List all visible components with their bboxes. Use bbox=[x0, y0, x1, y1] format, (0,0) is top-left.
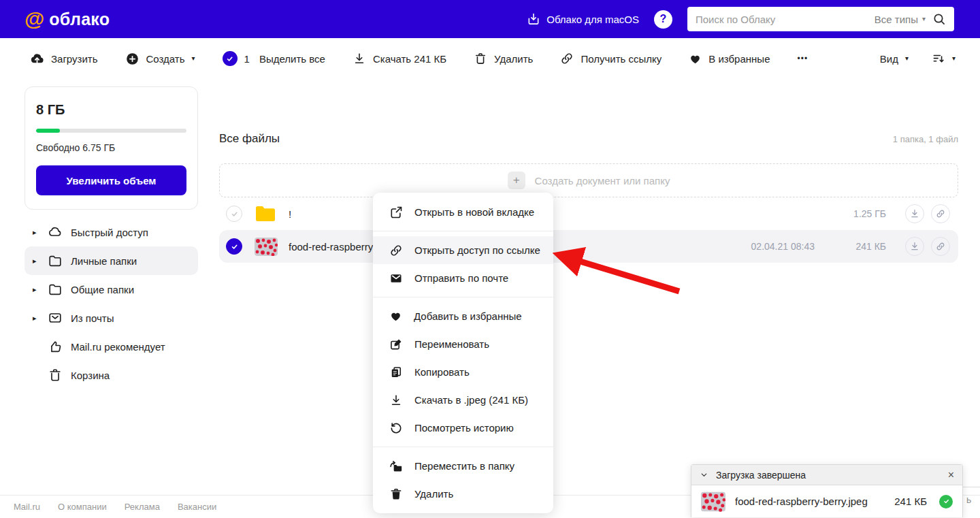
sidebar-item-label: Корзина bbox=[71, 370, 110, 381]
triangle-right-icon: ▸ bbox=[33, 257, 48, 265]
footer-link-ads[interactable]: Реклама bbox=[125, 502, 160, 512]
row-actions bbox=[905, 204, 950, 223]
download-button[interactable]: Скачать 241 КБ bbox=[353, 52, 446, 65]
search-input[interactable] bbox=[696, 14, 868, 25]
search-icon[interactable] bbox=[932, 12, 946, 26]
menu-item-view-history[interactable]: Посмотреть историю bbox=[373, 414, 553, 442]
menu-item-label: Удалить bbox=[414, 488, 453, 500]
notification-file-size: 241 КБ bbox=[894, 496, 927, 507]
toolbar: Загрузить Создать ▾ 1 Выделить все bbox=[0, 38, 980, 79]
view-dropdown[interactable]: Вид ▾ bbox=[880, 53, 909, 65]
plus-icon: + bbox=[508, 172, 525, 189]
image-thumbnail bbox=[701, 491, 725, 512]
move-to-folder-icon bbox=[389, 459, 403, 473]
more-actions-button[interactable]: ••• bbox=[797, 54, 808, 63]
macos-app-link[interactable]: Облако для macOS bbox=[527, 12, 639, 26]
sidebar-item-personal-folders[interactable]: ▸ Личные папки bbox=[24, 246, 198, 275]
question-icon: ? bbox=[660, 13, 667, 25]
clipped-text: ь bbox=[966, 494, 971, 505]
triangle-right-icon: ▸ bbox=[33, 228, 48, 237]
notification-file-row[interactable]: food-red-raspberry-berry.jpeg 241 КБ bbox=[691, 485, 962, 517]
download-icon bbox=[353, 52, 366, 65]
caret-down-icon: ▾ bbox=[922, 16, 926, 22]
download-tray-icon bbox=[527, 12, 540, 26]
file-row-folder[interactable]: ! 1.25 ГБ bbox=[219, 197, 958, 230]
macos-link-label: Облако для macOS bbox=[546, 14, 639, 25]
menu-item-add-to-favorites[interactable]: Добавить в избранные bbox=[373, 302, 553, 330]
footer-link-jobs[interactable]: Вакансии bbox=[178, 502, 216, 512]
row-download-button[interactable] bbox=[905, 237, 924, 256]
heart-icon bbox=[689, 52, 702, 65]
create-row-label: Создать документ или папку bbox=[535, 175, 670, 187]
row-actions bbox=[905, 237, 950, 256]
caret-down-icon: ▾ bbox=[905, 55, 909, 62]
search-filter-dropdown[interactable]: Все типы ▾ bbox=[875, 14, 926, 25]
row-link-button[interactable] bbox=[931, 204, 950, 223]
file-date: 02.04.21 08:43 bbox=[706, 241, 815, 252]
help-button[interactable]: ? bbox=[654, 10, 672, 29]
menu-item-label: Открыть в новой вкладке bbox=[414, 206, 534, 218]
menu-item-download-jpeg[interactable]: Скачать в .jpeg (241 КБ) bbox=[373, 386, 553, 414]
menu-item-label: Отправить по почте bbox=[414, 272, 508, 284]
heart-icon bbox=[389, 310, 402, 323]
sort-dropdown[interactable]: ▾ bbox=[932, 52, 956, 65]
menu-item-delete[interactable]: Удалить bbox=[373, 480, 553, 508]
delete-label: Удалить bbox=[494, 53, 533, 65]
sidebar-item-from-mail[interactable]: ▸ Из почты bbox=[24, 304, 198, 332]
menu-item-label: Добавить в избранные bbox=[414, 310, 522, 322]
sort-icon bbox=[932, 52, 945, 65]
more-icon: ••• bbox=[797, 54, 808, 63]
folder-icon bbox=[48, 282, 71, 297]
sidebar-item-label: Mail.ru рекомендует bbox=[71, 341, 165, 353]
storage-progress-fill bbox=[36, 129, 60, 133]
delete-button[interactable]: Удалить bbox=[474, 52, 533, 65]
get-link-button[interactable]: Получить ссылку bbox=[560, 52, 662, 65]
menu-item-label: Посмотреть историю bbox=[414, 422, 514, 434]
menu-item-share-by-link[interactable]: Открыть доступ по ссылке bbox=[373, 236, 553, 264]
menu-item-send-by-mail[interactable]: Отправить по почте bbox=[373, 264, 553, 292]
create-document-row[interactable]: + Создать документ или папку bbox=[219, 163, 958, 197]
caret-down-icon: ▾ bbox=[952, 55, 956, 62]
cloud-logo[interactable]: @ облако bbox=[24, 9, 110, 29]
upload-button[interactable]: Загрузить bbox=[30, 52, 98, 66]
sidebar-item-label: Общие папки bbox=[71, 284, 134, 295]
folder-icon bbox=[48, 253, 71, 268]
footer-link-mailru[interactable]: Mail.ru bbox=[14, 502, 40, 512]
menu-item-rename[interactable]: Переименовать bbox=[373, 330, 553, 358]
row-checkbox[interactable] bbox=[226, 206, 242, 222]
sidebar-item-mailru-recommends[interactable]: Mail.ru рекомендует bbox=[24, 332, 198, 361]
trash-icon bbox=[48, 368, 71, 383]
selected-check-icon bbox=[223, 51, 238, 66]
row-link-button[interactable] bbox=[931, 237, 950, 256]
footer-link-about[interactable]: О компании bbox=[58, 502, 107, 512]
menu-item-copy[interactable]: Копировать bbox=[373, 358, 553, 386]
menu-item-label: Переместить в папку bbox=[414, 460, 514, 472]
trash-icon bbox=[389, 487, 403, 501]
rename-icon bbox=[389, 338, 403, 351]
menu-item-open-new-tab[interactable]: Открыть в новой вкладке bbox=[373, 198, 553, 226]
logo-text: облако bbox=[49, 10, 110, 29]
view-label: Вид bbox=[880, 53, 898, 65]
select-all-control[interactable]: 1 Выделить все bbox=[223, 51, 325, 66]
external-link-icon bbox=[389, 206, 403, 219]
create-button[interactable]: Создать ▾ bbox=[125, 52, 195, 66]
menu-item-label: Скачать в .jpeg (241 КБ) bbox=[414, 394, 528, 406]
sidebar-item-quick-access[interactable]: ▸ Быстрый доступ bbox=[24, 218, 198, 246]
sidebar-item-trash[interactable]: Корзина bbox=[24, 361, 198, 389]
file-row-image[interactable]: food-red-raspberry-berry.jpeg 02.04.21 0… bbox=[219, 230, 958, 263]
menu-separator bbox=[373, 297, 553, 297]
mail-icon bbox=[48, 310, 71, 325]
notification-header[interactable]: Загрузка завершена × bbox=[691, 465, 962, 485]
history-icon bbox=[389, 421, 403, 435]
close-icon[interactable]: × bbox=[948, 469, 954, 481]
row-checkbox[interactable] bbox=[226, 238, 242, 255]
notification-title: Загрузка завершена bbox=[716, 470, 941, 481]
upgrade-storage-button[interactable]: Увеличить объем bbox=[36, 165, 186, 195]
link-icon bbox=[560, 52, 574, 65]
file-area: Все файлы 1 папка, 1 файл + Создать доку… bbox=[219, 129, 958, 263]
favorites-button[interactable]: В избранные bbox=[689, 52, 770, 65]
row-download-button[interactable] bbox=[905, 204, 924, 223]
sidebar-item-shared-folders[interactable]: ▸ Общие папки bbox=[24, 275, 198, 304]
menu-item-move-to-folder[interactable]: Переместить в папку bbox=[373, 452, 553, 480]
app-header: @ облако Облако для macOS ? Все типы bbox=[0, 0, 980, 38]
